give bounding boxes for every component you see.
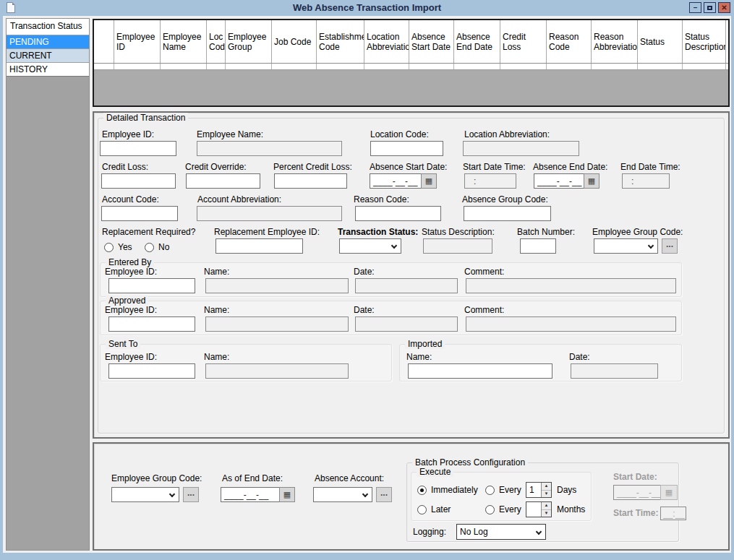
account-code-field[interactable] bbox=[101, 206, 178, 221]
grid-empty-cell bbox=[638, 64, 683, 69]
grid-empty-row[interactable] bbox=[94, 64, 728, 70]
transaction-status-label: Transaction Status: bbox=[338, 227, 418, 237]
entered-by-employee-id-field[interactable] bbox=[108, 278, 195, 293]
grid-column-header[interactable]: Employee Group bbox=[226, 20, 272, 63]
execute-later-radio[interactable] bbox=[417, 505, 427, 514]
sidebar-item-pending[interactable]: PENDING bbox=[7, 35, 89, 48]
execute-immediately-radio[interactable] bbox=[417, 486, 427, 495]
credit-override-field[interactable] bbox=[186, 173, 260, 189]
entered-by-comment-label: Comment: bbox=[464, 267, 504, 277]
as-of-end-date-label: As of End Date: bbox=[222, 473, 283, 483]
employee-id-field[interactable] bbox=[100, 141, 176, 156]
imported-name-field[interactable] bbox=[408, 363, 552, 379]
credit-loss-field[interactable] bbox=[101, 173, 176, 189]
spinner-up-icon[interactable]: ▲ bbox=[542, 483, 551, 491]
location-code-field[interactable] bbox=[370, 141, 443, 156]
absence-start-date-calendar-button[interactable]: ▦ bbox=[421, 173, 437, 189]
grid-column-header[interactable]: Status Description bbox=[683, 20, 726, 63]
transactions-grid: Employee IDEmployee NameLoc CodeEmployee… bbox=[93, 19, 730, 107]
maximize-icon bbox=[707, 6, 712, 10]
sent-to-employee-id-field[interactable] bbox=[108, 363, 195, 379]
percent-credit-loss-field[interactable] bbox=[274, 173, 347, 189]
start-date-calendar-button: ▦ bbox=[660, 485, 678, 500]
grid-column-header[interactable]: Absence Start Date bbox=[409, 20, 454, 63]
grid-empty-cell bbox=[409, 64, 454, 69]
replacement-no-radio[interactable] bbox=[145, 243, 154, 252]
grid-column-header[interactable]: Establishment Code bbox=[317, 20, 364, 63]
days-spinner[interactable]: 1 ▲▼ bbox=[526, 482, 552, 498]
entered-by-name-field bbox=[205, 278, 349, 293]
calendar-icon: ▦ bbox=[665, 488, 673, 496]
absence-end-date-calendar-button[interactable]: ▦ bbox=[584, 173, 599, 189]
grid-empty-cell bbox=[272, 64, 317, 69]
date-mask: ____-__-__ bbox=[224, 490, 268, 500]
replacement-yes-radio[interactable] bbox=[104, 243, 114, 252]
grid-empty-cell bbox=[114, 64, 161, 69]
absence-group-code-field[interactable] bbox=[464, 206, 551, 221]
logging-label: Logging: bbox=[413, 527, 446, 537]
time-mask: : bbox=[631, 176, 633, 186]
batch-process-groupbox: Batch Process Configuration Execute Imme… bbox=[406, 462, 679, 542]
execute-every-days-radio[interactable] bbox=[485, 486, 495, 495]
spinner-up-icon[interactable]: ▲ bbox=[542, 502, 551, 510]
minimize-icon: – bbox=[694, 4, 698, 12]
execute-every-months-radio[interactable] bbox=[485, 505, 495, 514]
replacement-employee-id-field[interactable] bbox=[215, 238, 303, 254]
employee-group-code-browse-button[interactable]: ... bbox=[662, 238, 678, 254]
employee-name-field bbox=[197, 141, 342, 156]
grid-column-header[interactable]: Reason Abbreviation bbox=[592, 20, 638, 63]
maximize-button[interactable] bbox=[704, 2, 716, 13]
approved-comment-field bbox=[466, 316, 676, 332]
sidebar-header: Transaction Status bbox=[7, 19, 89, 35]
ellipsis-icon: ... bbox=[187, 488, 195, 498]
replacement-yes-label: Yes bbox=[118, 242, 132, 252]
absence-account-dropdown[interactable] bbox=[313, 487, 372, 502]
detailed-transaction-title: Detailed Transaction bbox=[103, 113, 188, 123]
sidebar-item-history[interactable]: HISTORY bbox=[7, 62, 89, 76]
transaction-status-dropdown[interactable] bbox=[339, 238, 401, 254]
sidebar-item-current[interactable]: CURRENT bbox=[7, 48, 89, 62]
replacement-no-label: No bbox=[158, 242, 169, 252]
close-button[interactable]: ✕ bbox=[718, 2, 730, 13]
reason-code-field[interactable] bbox=[355, 206, 441, 221]
grid-column-header[interactable]: Loc Code bbox=[207, 20, 226, 63]
as-of-end-date-calendar-button[interactable]: ▦ bbox=[279, 487, 295, 502]
months-spinner[interactable]: ▲▼ bbox=[526, 501, 552, 517]
grid-column-header[interactable]: Employee Name bbox=[161, 20, 207, 63]
grid-empty-cell bbox=[683, 64, 726, 69]
approved-comment-label: Comment: bbox=[464, 305, 504, 315]
absence-account-browse-button[interactable]: ... bbox=[376, 487, 392, 502]
logging-dropdown[interactable]: No Log bbox=[456, 524, 546, 540]
minimize-button[interactable]: – bbox=[689, 2, 701, 13]
chevron-down-icon bbox=[169, 491, 175, 497]
replacement-required-label: Replacement Required? bbox=[102, 227, 195, 237]
grid-column-header[interactable] bbox=[94, 20, 114, 63]
grid-column-header[interactable]: Status bbox=[638, 20, 683, 63]
location-code-label: Location Code: bbox=[370, 129, 429, 139]
as-of-end-date-field[interactable]: ____-__-__ bbox=[221, 487, 280, 502]
grid-column-header[interactable]: Absence End Date bbox=[454, 20, 500, 63]
bottom-employee-group-code-browse-button[interactable]: ... bbox=[183, 487, 199, 502]
spinner-down-icon[interactable]: ▼ bbox=[542, 491, 551, 498]
grid-column-header[interactable]: Location Abbreviation bbox=[364, 20, 409, 63]
employee-group-code-dropdown[interactable] bbox=[594, 238, 658, 254]
approved-employee-id-label: Employee ID: bbox=[105, 305, 157, 315]
grid-column-header[interactable]: Credit Loss bbox=[500, 20, 547, 63]
grid-column-header[interactable]: Reason Code bbox=[547, 20, 592, 63]
approved-employee-id-field[interactable] bbox=[108, 316, 195, 332]
absence-start-date-field[interactable]: ____-__-__ bbox=[370, 173, 422, 189]
grid-empty-cell bbox=[454, 64, 500, 69]
grid-column-header[interactable]: Job Code bbox=[272, 20, 317, 63]
absence-end-date-field[interactable]: ____-__-__ bbox=[534, 173, 584, 189]
absence-end-date-label: Absence End Date: bbox=[533, 162, 607, 172]
batch-number-field[interactable] bbox=[520, 238, 556, 254]
client-area: Transaction Status PENDINGCURRENTHISTORY… bbox=[3, 16, 731, 553]
grid-column-header[interactable]: Employee ID bbox=[114, 20, 161, 63]
spinner-down-icon[interactable]: ▼ bbox=[542, 510, 551, 517]
date-mask: ____-__-__ bbox=[617, 488, 661, 498]
entered-by-name-label: Name: bbox=[204, 267, 229, 277]
imported-date-label: Date: bbox=[569, 352, 590, 362]
chevron-down-icon bbox=[648, 243, 654, 249]
batch-process-title: Batch Process Configuration bbox=[412, 457, 528, 468]
bottom-employee-group-code-dropdown[interactable] bbox=[111, 487, 179, 502]
